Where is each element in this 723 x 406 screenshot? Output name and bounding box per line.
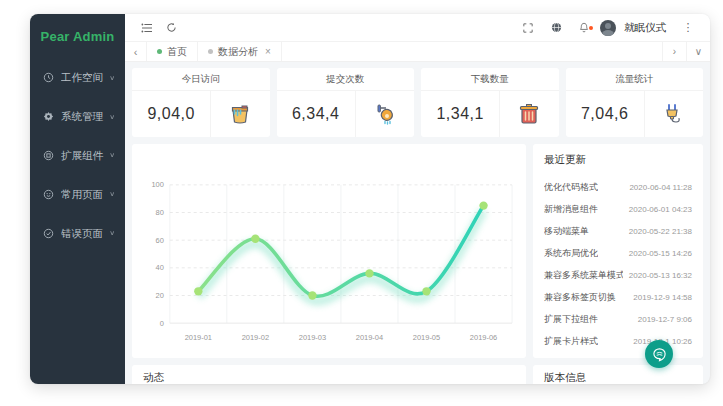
stat-title: 提交次数 xyxy=(277,68,415,91)
activity-panel: 动态 xyxy=(132,365,526,384)
update-label: 系统布局优化 xyxy=(544,247,598,260)
refresh-icon[interactable] xyxy=(159,14,183,41)
stat-card-traffic[interactable]: 流量统计 7,04,6 xyxy=(566,68,704,137)
sidebar-item-system[interactable]: 系统管理 ∨ xyxy=(30,97,125,136)
sidebar-item-workspace[interactable]: 工作空间 ∨ xyxy=(30,58,125,97)
chevron-down-icon: ∨ xyxy=(109,230,115,237)
panel-title: 动态 xyxy=(132,365,526,384)
avatar[interactable] xyxy=(600,20,616,36)
tab-label: 首页 xyxy=(167,45,187,59)
update-time: 2019-12-9 14:58 xyxy=(633,293,692,302)
stat-value: 7,04,6 xyxy=(566,91,645,137)
svg-text:20: 20 xyxy=(156,291,164,300)
error-pages-icon xyxy=(43,228,54,239)
tab-home[interactable]: 首页 xyxy=(147,42,198,61)
update-time: 2020-05-15 14:26 xyxy=(629,249,692,258)
tab-scroll-left[interactable]: ‹ xyxy=(125,42,147,61)
update-label: 扩展下拉组件 xyxy=(544,313,598,326)
update-time: 2020-05-22 21:38 xyxy=(629,227,692,236)
app-logo[interactable]: Pear Admin xyxy=(30,14,125,58)
update-label: 扩展卡片样式 xyxy=(544,335,598,348)
sidebar-item-label: 常用页面 xyxy=(61,188,109,202)
main-area: 就眠仪式 ⋮ ‹ 首页 数据分析 × › ∨ xyxy=(125,14,710,384)
recent-updates-panel: 最近更新 优化代码格式 2020-06-04 11:28 新增消息组件 2020… xyxy=(533,144,703,358)
update-time: 2019-12-7 9:06 xyxy=(638,315,692,324)
update-time: 2020-05-13 16:32 xyxy=(629,271,692,280)
paint-roller-icon xyxy=(356,91,414,137)
panel-title: 最近更新 xyxy=(544,153,692,167)
stat-value: 9,04,0 xyxy=(132,91,211,137)
sidebar-item-label: 扩展组件 xyxy=(61,149,109,163)
chevron-down-icon: ∨ xyxy=(109,152,115,159)
stats-row: 今日访问 9,04,0 提 xyxy=(132,68,703,137)
update-label: 兼容多系统菜单模式 xyxy=(544,269,623,282)
topbar: 就眠仪式 ⋮ xyxy=(125,14,710,42)
username[interactable]: 就眠仪式 xyxy=(624,21,666,35)
tab-dot xyxy=(208,49,213,54)
theme-skin-icon xyxy=(652,347,667,362)
version-info-panel: 版本信息 xyxy=(533,365,703,384)
collapse-menu-icon[interactable] xyxy=(135,14,159,41)
sidebar-item-label: 错误页面 xyxy=(61,227,109,241)
more-icon[interactable]: ⋮ xyxy=(676,21,700,34)
visits-line-chart[interactable]: 0204060801002019-012019-022019-032019-04… xyxy=(134,146,524,356)
chevron-down-icon: ∨ xyxy=(109,191,115,198)
stat-title: 下载数量 xyxy=(421,68,559,91)
tab-close-icon[interactable]: × xyxy=(265,46,271,57)
dashboard-content: 今日访问 9,04,0 提 xyxy=(125,62,710,384)
svg-text:100: 100 xyxy=(151,180,163,189)
svg-text:2019-01: 2019-01 xyxy=(185,333,212,342)
extension-icon xyxy=(43,150,54,161)
svg-text:60: 60 xyxy=(156,236,164,245)
stat-card-today-visits[interactable]: 今日访问 9,04,0 xyxy=(132,68,270,137)
bottom-row: 动态 版本信息 xyxy=(132,365,703,384)
svg-text:40: 40 xyxy=(156,263,164,272)
list-item[interactable]: 系统布局优化 2020-05-15 14:26 xyxy=(544,242,692,264)
tab-active-dot xyxy=(157,49,162,54)
system-manage-icon xyxy=(43,111,54,122)
tab-menu-dropdown[interactable]: ∨ xyxy=(686,42,710,61)
list-item[interactable]: 兼容多系统菜单模式 2020-05-13 16:32 xyxy=(544,264,692,286)
stat-card-download-count[interactable]: 下载数量 1,34,1 xyxy=(421,68,559,137)
svg-text:2019-06: 2019-06 xyxy=(470,333,497,342)
tab-data-analysis[interactable]: 数据分析 × xyxy=(198,42,282,61)
svg-text:80: 80 xyxy=(156,208,164,217)
svg-text:2019-02: 2019-02 xyxy=(242,333,269,342)
sidebar-item-label: 工作空间 xyxy=(61,71,109,85)
svg-text:2019-04: 2019-04 xyxy=(356,333,383,342)
sidebar: Pear Admin 工作空间 ∨ 系统管理 ∨ 扩展组件 ∨ xyxy=(30,14,125,384)
stat-card-submit-count[interactable]: 提交次数 6,34,4 xyxy=(277,68,415,137)
workspace-icon xyxy=(43,72,54,83)
sidebar-item-extension[interactable]: 扩展组件 ∨ xyxy=(30,136,125,175)
svg-text:0: 0 xyxy=(160,319,164,328)
tabbar: ‹ 首页 数据分析 × › ∨ xyxy=(125,42,710,62)
panel-title: 版本信息 xyxy=(533,365,703,384)
topbar-right: 就眠仪式 ⋮ xyxy=(516,20,700,36)
tabbar-spacer xyxy=(282,42,662,61)
stat-value: 6,34,4 xyxy=(277,91,356,137)
update-time: 2020-06-04 11:28 xyxy=(629,183,692,192)
tab-label: 数据分析 xyxy=(218,45,258,59)
list-item[interactable]: 兼容多标签页切换 2019-12-9 14:58 xyxy=(544,286,692,308)
chevron-down-icon: ∨ xyxy=(109,113,115,120)
notification-bell-icon[interactable] xyxy=(572,22,596,33)
sidebar-item-error-pages[interactable]: 错误页面 ∨ xyxy=(30,214,125,253)
list-item[interactable]: 移动端菜单 2020-05-22 21:38 xyxy=(544,220,692,242)
svg-text:2019-03: 2019-03 xyxy=(299,333,326,342)
power-plug-icon xyxy=(645,91,703,137)
notification-badge xyxy=(589,26,593,30)
app-window: Pear Admin 工作空间 ∨ 系统管理 ∨ 扩展组件 ∨ xyxy=(30,14,710,384)
tab-scroll-right[interactable]: › xyxy=(662,42,686,61)
sidebar-item-common-pages[interactable]: 常用页面 ∨ xyxy=(30,175,125,214)
common-pages-icon xyxy=(43,189,54,200)
language-icon[interactable] xyxy=(544,22,568,33)
list-item[interactable]: 扩展下拉组件 2019-12-7 9:06 xyxy=(544,308,692,330)
paint-bucket-icon xyxy=(211,91,269,137)
list-item[interactable]: 新增消息组件 2020-06-01 04:23 xyxy=(544,198,692,220)
list-item[interactable]: 优化代码格式 2020-06-04 11:28 xyxy=(544,176,692,198)
update-label: 移动端菜单 xyxy=(544,225,589,238)
update-label: 优化代码格式 xyxy=(544,181,598,194)
theme-settings-button[interactable] xyxy=(645,340,673,368)
visits-chart-card: 0204060801002019-012019-022019-032019-04… xyxy=(132,144,526,358)
fullscreen-icon[interactable] xyxy=(516,23,540,33)
